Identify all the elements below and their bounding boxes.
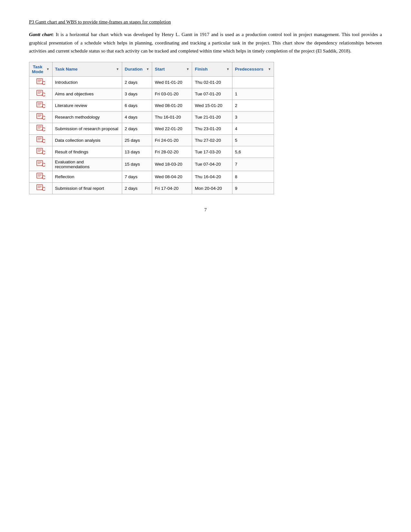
cell-task-name: Aims and objectives	[52, 88, 122, 100]
cell-task-name: Evaluation and recommendations	[52, 158, 122, 171]
task-mode-icon	[36, 90, 45, 97]
th-predecessors[interactable]: Predecessors ▼	[232, 62, 274, 76]
sort-arrow-predecessors: ▼	[268, 67, 271, 71]
th-duration-label: Duration	[125, 67, 143, 72]
th-finish[interactable]: Finish ▼	[192, 62, 232, 76]
task-mode-icon	[36, 125, 45, 132]
task-mode-icon	[36, 173, 45, 180]
table-row: Evaluation and recommendations15 daysWed…	[29, 158, 274, 171]
svg-rect-15	[37, 113, 43, 119]
cell-task-name: Research methodology	[52, 111, 122, 123]
cell-predecessors: 5,6	[232, 146, 274, 158]
cell-duration: 15 days	[122, 158, 152, 171]
th-finish-label: Finish	[195, 67, 208, 72]
intro-text: : It is a horizontal bar chart which was…	[29, 32, 382, 53]
cell-duration: 7 days	[122, 171, 152, 182]
cell-predecessors	[232, 76, 274, 88]
section-heading: P3 Gantt chart and WBS to provide time-f…	[29, 19, 382, 25]
cell-start: Wed 18-03-20	[152, 158, 192, 171]
svg-rect-25	[37, 137, 43, 142]
task-mode-icon	[36, 160, 45, 167]
th-task-mode-label: TaskMode	[32, 64, 43, 74]
cell-task-name: Reflection	[52, 171, 122, 182]
sort-arrow-duration: ▼	[146, 67, 149, 71]
cell-start: Fri 24-01-20	[152, 134, 192, 146]
table-row: Data collection analysis25 daysFri 24-01…	[29, 134, 274, 146]
svg-rect-0	[37, 79, 43, 84]
svg-rect-45	[37, 185, 43, 190]
cell-finish: Tue 07-04-20	[192, 158, 232, 171]
cell-task-mode	[29, 182, 53, 194]
svg-rect-20	[37, 125, 43, 130]
sort-arrow-start: ▼	[186, 67, 190, 71]
sort-arrow-task-mode: ▼	[46, 67, 50, 71]
svg-rect-30	[37, 148, 43, 153]
cell-task-mode	[29, 76, 53, 88]
th-task-mode[interactable]: TaskMode ▼	[29, 62, 53, 76]
cell-start: Thu 16-01-20	[152, 111, 192, 123]
cell-predecessors: 2	[232, 100, 274, 111]
cell-duration: 4 days	[122, 111, 152, 123]
cell-predecessors: 7	[232, 158, 274, 171]
cell-task-name: Submission of research proposal	[52, 123, 122, 134]
th-start[interactable]: Start ▼	[152, 62, 192, 76]
table-row: Submission of research proposal2 daysWed…	[29, 123, 274, 134]
task-mode-icon	[36, 78, 45, 85]
cell-task-mode	[29, 88, 53, 100]
cell-finish: Thu 27-02-20	[192, 134, 232, 146]
cell-task-mode	[29, 111, 53, 123]
cell-finish: Tue 21-01-20	[192, 111, 232, 123]
cell-start: Wed 08-01-20	[152, 100, 192, 111]
table-row: Literature review6 daysWed 08-01-20Wed 1…	[29, 100, 274, 111]
cell-finish: Wed 15-01-20	[192, 100, 232, 111]
table-row: Introduction2 daysWed 01-01-20Thu 02-01-…	[29, 76, 274, 88]
task-mode-icon	[36, 113, 45, 120]
cell-start: Wed 22-01-20	[152, 123, 192, 134]
cell-duration: 2 days	[122, 76, 152, 88]
table-row: Result of findings13 daysFri 28-02-20Tue…	[29, 146, 274, 158]
page-number: 7	[29, 207, 382, 213]
cell-predecessors: 8	[232, 171, 274, 182]
svg-rect-10	[37, 102, 43, 107]
cell-predecessors: 3	[232, 111, 274, 123]
cell-task-name: Result of findings	[52, 146, 122, 158]
table-row: Submission of final report2 daysFri 17-0…	[29, 182, 274, 194]
th-duration[interactable]: Duration ▼	[122, 62, 152, 76]
cell-duration: 25 days	[122, 134, 152, 146]
svg-rect-40	[37, 173, 43, 178]
table-row: Reflection7 daysWed 08-04-20Thu 16-04-20…	[29, 171, 274, 182]
cell-task-name: Introduction	[52, 76, 122, 88]
cell-predecessors: 4	[232, 123, 274, 134]
cell-task-name: Data collection analysis	[52, 134, 122, 146]
cell-start: Wed 08-04-20	[152, 171, 192, 182]
cell-task-mode	[29, 134, 53, 146]
task-mode-icon	[36, 102, 45, 109]
th-predecessors-label: Predecessors	[235, 67, 264, 72]
cell-finish: Thu 23-01-20	[192, 123, 232, 134]
cell-duration: 13 days	[122, 146, 152, 158]
cell-finish: Thu 16-04-20	[192, 171, 232, 182]
th-task-name-label: Task Name	[55, 67, 78, 72]
cell-start: Fri 28-02-20	[152, 146, 192, 158]
svg-rect-5	[37, 90, 43, 95]
th-task-name[interactable]: Task Name ▼	[52, 62, 122, 76]
cell-start: Fri 03-01-20	[152, 88, 192, 100]
sort-arrow-finish: ▼	[226, 67, 230, 71]
cell-duration: 2 days	[122, 182, 152, 194]
cell-task-name: Literature review	[52, 100, 122, 111]
sort-arrow-task-name: ▼	[116, 67, 119, 71]
task-mode-icon	[36, 136, 45, 143]
cell-duration: 2 days	[122, 123, 152, 134]
cell-duration: 6 days	[122, 100, 152, 111]
task-mode-icon	[36, 148, 45, 155]
task-mode-icon	[36, 184, 45, 191]
cell-finish: Mon 20-04-20	[192, 182, 232, 194]
gantt-table: TaskMode ▼ Task Name ▼ Duration ▼ Start	[29, 62, 274, 194]
svg-rect-35	[37, 160, 43, 166]
cell-finish: Tue 17-03-20	[192, 146, 232, 158]
th-start-label: Start	[155, 67, 165, 72]
cell-predecessors: 1	[232, 88, 274, 100]
cell-finish: Tue 07-01-20	[192, 88, 232, 100]
cell-task-mode	[29, 123, 53, 134]
cell-start: Wed 01-01-20	[152, 76, 192, 88]
